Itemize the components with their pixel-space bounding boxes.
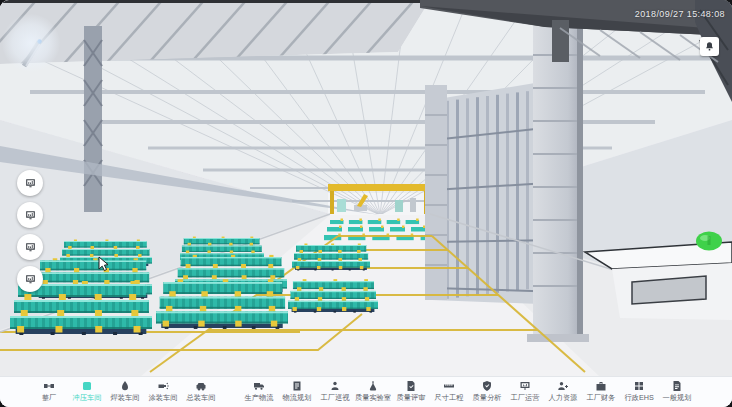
nav-item-label: 涂装车间: [149, 393, 178, 403]
assembly-icon: [195, 380, 207, 392]
painting-icon: [157, 380, 169, 392]
nav-item-label: 工厂巡视: [321, 393, 350, 403]
nav-item-review[interactable]: 质量评审: [392, 380, 430, 404]
nav-item-ruler[interactable]: 尺寸工程: [430, 380, 468, 404]
nav-item-lab[interactable]: 质量实验室: [354, 380, 392, 404]
panel-icon: [24, 177, 37, 190]
nav-item-hr[interactable]: 人力资源: [544, 380, 582, 404]
main-right-column: [527, 22, 589, 342]
dashboard-panel-button-3[interactable]: [17, 234, 43, 260]
factory-icon: [43, 380, 55, 392]
nav-item-painting[interactable]: 涂装车间: [144, 380, 182, 404]
nav-item-label: 一般规划: [663, 393, 692, 403]
digital-twin-app: 2018/09/27 15:48:08 整厂冲压车间焊装车间涂装车间总装车间 生…: [0, 0, 732, 407]
die-stack[interactable]: [292, 244, 370, 271]
ehs-icon: [633, 380, 645, 392]
nav-item-factory[interactable]: 整厂: [30, 380, 68, 404]
side-tool-buttons: [17, 170, 43, 292]
patrol-icon: [329, 380, 341, 392]
panel-icon: [24, 273, 37, 286]
factory-3d-viewport[interactable]: [0, 0, 732, 407]
truck-icon: [253, 380, 265, 392]
panel-icon: [24, 209, 37, 222]
nav-item-stamping[interactable]: 冲压车间: [68, 380, 106, 404]
welding-icon: [119, 380, 131, 392]
timestamp: 2018/09/27 15:48:08: [635, 9, 725, 19]
nav-item-label: 工厂运营: [511, 393, 540, 403]
nav-item-general-plan[interactable]: 一般规划: [658, 380, 696, 404]
factory-3d-scene[interactable]: [0, 0, 732, 407]
lab-icon: [367, 380, 379, 392]
bell-icon: [704, 41, 715, 52]
general-plan-icon: [671, 380, 683, 392]
panel-icon: [24, 241, 37, 254]
nav-item-label: 行政EHS: [624, 393, 653, 403]
plan-icon: [291, 380, 303, 392]
stamping-icon: [81, 380, 93, 392]
review-icon: [405, 380, 417, 392]
nav-item-label: 质量实验室: [355, 393, 391, 403]
hr-icon: [557, 380, 569, 392]
nav-item-plan[interactable]: 物流规划: [278, 380, 316, 404]
left-lattice-column: [84, 26, 102, 212]
finance-icon: [595, 380, 607, 392]
nav-item-label: 尺寸工程: [435, 393, 464, 403]
nav-item-truck[interactable]: 生产物流: [240, 380, 278, 404]
dashboard-panel-button-2[interactable]: [17, 202, 43, 228]
nav-item-label: 质量分析: [473, 393, 502, 403]
nav-item-label: 冲压车间: [73, 393, 102, 403]
shield-icon: [481, 380, 493, 392]
die-stack[interactable]: [156, 279, 288, 329]
nav-item-label: 生产物流: [245, 393, 274, 403]
nav-item-label: 质量评审: [397, 393, 426, 403]
nav-item-label: 整厂: [42, 393, 56, 403]
die-stack[interactable]: [288, 279, 378, 312]
nav-item-label: 人力资源: [549, 393, 578, 403]
module-nav-group: 生产物流物流规划工厂巡视质量实验室质量评审尺寸工程质量分析工厂运营人力资源工厂财…: [240, 380, 696, 404]
bottom-navigation: 整厂冲压车间焊装车间涂装车间总装车间 生产物流物流规划工厂巡视质量实验室质量评审…: [0, 376, 732, 407]
notification-button[interactable]: [700, 37, 719, 56]
nav-item-ehs[interactable]: 行政EHS: [620, 380, 658, 404]
nav-item-assembly[interactable]: 总装车间: [182, 380, 220, 404]
ruler-icon: [443, 380, 455, 392]
nav-item-label: 焊装车间: [111, 393, 140, 403]
workshop-nav-group: 整厂冲压车间焊装车间涂装车间总装车间: [30, 380, 220, 404]
nav-item-shield[interactable]: 质量分析: [468, 380, 506, 404]
dashboard-panel-button-4[interactable]: [17, 266, 43, 292]
dashboard-panel-button-1[interactable]: [17, 170, 43, 196]
nav-item-patrol[interactable]: 工厂巡视: [316, 380, 354, 404]
nav-item-label: 总装车间: [187, 393, 216, 403]
status-marker[interactable]: [696, 232, 722, 251]
nav-item-label: 物流规划: [283, 393, 312, 403]
operations-icon: [519, 380, 531, 392]
nav-item-operations[interactable]: 工厂运营: [506, 380, 544, 404]
nav-item-finance[interactable]: 工厂财务: [582, 380, 620, 404]
nav-item-welding[interactable]: 焊装车间: [106, 380, 144, 404]
nav-item-label: 工厂财务: [587, 393, 616, 403]
